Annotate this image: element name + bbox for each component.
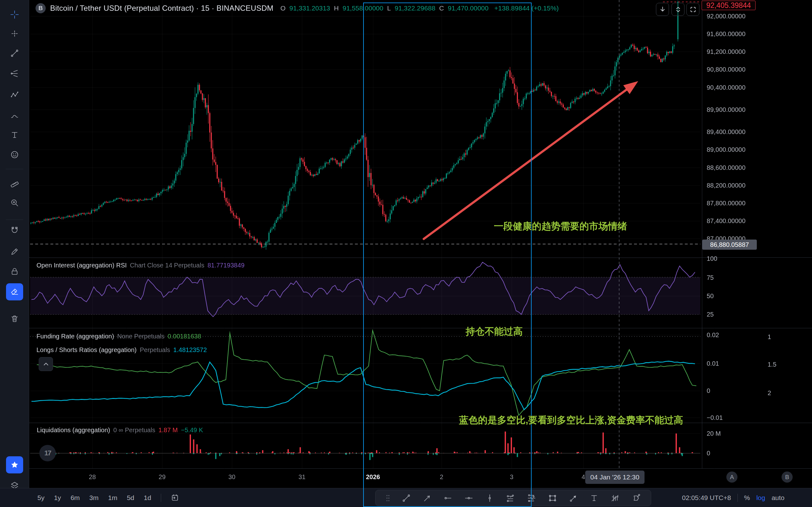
annotation-market-sentiment[interactable]: 一段健康的趋势需要的市场情绪	[494, 220, 627, 233]
high-value: 91,558.00000	[343, 4, 383, 12]
last-price-badge[interactable]: 92,405.39844	[702, 1, 756, 10]
symbol-title[interactable]: Bitcoin / Tether USDt (Perpetual Contrac…	[50, 4, 273, 13]
annotation-ls-ratio[interactable]: 蓝色的是多空比,要看到多空比上涨,资金费率不能过高	[459, 414, 683, 427]
price-change: +138.89844 (+0.15%)	[494, 4, 559, 12]
crosshair-time-badge: 04 Jan '26 12:30	[585, 470, 645, 484]
low-label: L	[387, 4, 391, 12]
fullscreen-button[interactable]	[687, 3, 699, 16]
low-value: 91,322.29688	[395, 4, 435, 12]
symbol-logo[interactable]: B	[36, 3, 46, 13]
maximize-pane-icon	[675, 6, 681, 13]
open-value: 91,331.20313	[289, 4, 330, 12]
high-label: H	[334, 4, 339, 12]
fullscreen-icon	[690, 6, 697, 13]
chart-header: B Bitcoin / Tether USDt (Perpetual Contr…	[36, 3, 559, 13]
download-arrow-button[interactable]	[656, 3, 669, 16]
download-arrow-icon	[659, 6, 666, 13]
open-label: O	[281, 4, 286, 12]
close-value: 91,470.00000	[448, 4, 489, 12]
annotation-open-interest[interactable]: 持仓不能过高	[466, 325, 523, 338]
ohlc-values: O91,331.20313 H91,558.00000 L91,322.2968…	[281, 4, 489, 12]
maximize-pane-button[interactable]	[671, 3, 684, 16]
tradingview-chart-app: B Bitcoin / Tether USDt (Perpetual Contr…	[0, 0, 812, 507]
selection-box-drawing[interactable]	[363, 3, 531, 507]
close-label: C	[439, 4, 444, 12]
